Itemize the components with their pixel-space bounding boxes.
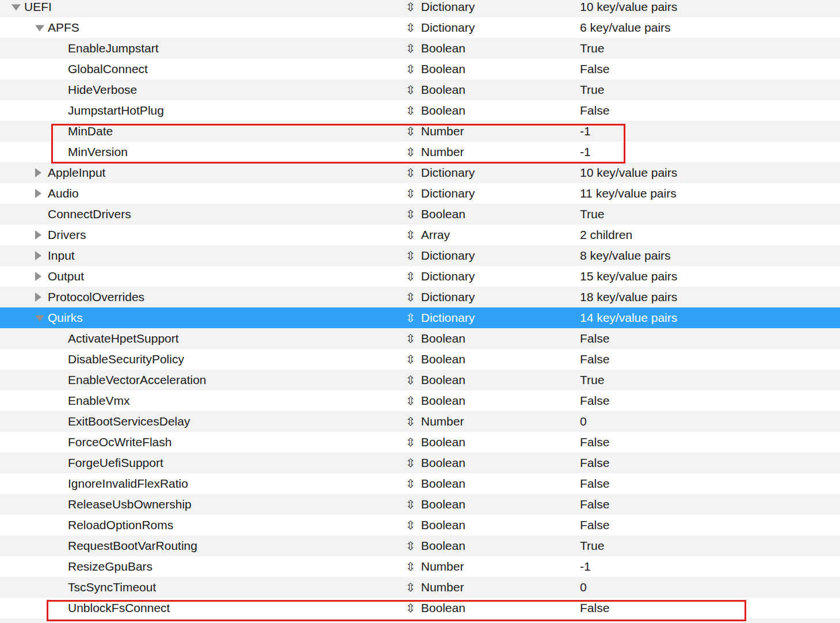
- table-row-forgeuefisupport[interactable]: ForgeUefiSupport ⇳ Boolean False: [0, 453, 840, 473]
- type-cell[interactable]: ⇳ Boolean: [406, 515, 465, 535]
- value-label[interactable]: True: [580, 207, 604, 221]
- value-label[interactable]: 15 key/value pairs: [580, 269, 677, 283]
- type-cell[interactable]: ⇳ Dictionary: [406, 183, 475, 204]
- value-label[interactable]: False: [580, 477, 609, 491]
- value-label[interactable]: 10 key/value pairs: [580, 0, 677, 14]
- value-label[interactable]: False: [580, 435, 609, 449]
- disclosure-triangle-icon[interactable]: [35, 272, 41, 281]
- type-cell[interactable]: ⇳ Boolean: [406, 390, 465, 411]
- value-label[interactable]: False: [580, 352, 609, 366]
- type-cell[interactable]: ⇳ Number: [406, 142, 464, 162]
- table-row-enablejumpstart[interactable]: EnableJumpstart ⇳ Boolean True: [0, 38, 840, 59]
- type-cell[interactable]: ⇳ Boolean: [406, 473, 465, 494]
- table-row-minversion[interactable]: MinVersion ⇳ Number -1: [0, 142, 840, 162]
- value-label[interactable]: -1: [580, 145, 591, 159]
- value-label[interactable]: False: [580, 497, 609, 511]
- table-row-reloadoptionroms[interactable]: ReloadOptionRoms ⇳ Boolean False: [0, 515, 840, 535]
- type-stepper-icon[interactable]: ⇳: [406, 229, 415, 241]
- type-stepper-icon[interactable]: ⇳: [406, 63, 415, 75]
- type-cell[interactable]: ⇳ Dictionary: [406, 17, 475, 38]
- type-stepper-icon[interactable]: ⇳: [406, 374, 415, 386]
- table-row-hideverbose[interactable]: HideVerbose ⇳ Boolean True: [0, 79, 840, 100]
- value-label[interactable]: True: [580, 41, 604, 55]
- type-cell[interactable]: ⇳ Dictionary: [406, 162, 475, 183]
- type-cell[interactable]: ⇳ Boolean: [406, 100, 465, 121]
- value-label[interactable]: 6 key/value pairs: [580, 21, 671, 35]
- value-label[interactable]: False: [580, 518, 609, 532]
- table-row-uefi[interactable]: UEFI ⇳ Dictionary 10 key/value pairs: [0, 0, 840, 17]
- type-cell[interactable]: ⇳ Boolean: [406, 204, 465, 225]
- type-cell[interactable]: ⇳ Boolean: [406, 535, 465, 556]
- table-row-enablevectoracceleration[interactable]: EnableVectorAcceleration ⇳ Boolean True: [0, 370, 840, 390]
- table-row-jumpstarthotplug[interactable]: JumpstartHotPlug ⇳ Boolean False: [0, 100, 840, 121]
- type-stepper-icon[interactable]: ⇳: [406, 582, 415, 593]
- value-label[interactable]: False: [580, 332, 609, 345]
- value-label[interactable]: 2 children: [580, 228, 632, 242]
- type-cell[interactable]: ⇳ Dictionary: [406, 266, 475, 287]
- value-label[interactable]: False: [580, 104, 609, 117]
- type-stepper-icon[interactable]: ⇳: [406, 333, 415, 344]
- type-cell[interactable]: ⇳ Boolean: [406, 370, 465, 390]
- type-stepper-icon[interactable]: ⇳: [406, 105, 415, 116]
- value-label[interactable]: 8 key/value pairs: [580, 249, 671, 263]
- disclosure-triangle-icon[interactable]: [35, 189, 41, 198]
- table-row-unblockfsconnect[interactable]: UnblockFsConnect ⇳ Boolean False: [0, 598, 840, 618]
- table-row-exitbootservicesdelay[interactable]: ExitBootServicesDelay ⇳ Number 0: [0, 411, 840, 432]
- type-stepper-icon[interactable]: ⇳: [406, 84, 415, 96]
- type-stepper-icon[interactable]: ⇳: [406, 416, 415, 427]
- type-stepper-icon[interactable]: ⇳: [406, 457, 415, 469]
- value-label[interactable]: 0: [580, 415, 587, 428]
- type-stepper-icon[interactable]: ⇳: [406, 43, 415, 54]
- type-stepper-icon[interactable]: ⇳: [406, 167, 415, 178]
- table-row-requestbootvarrouting[interactable]: RequestBootVarRouting ⇳ Boolean True: [0, 535, 840, 556]
- table-row-enablevmx[interactable]: EnableVmx ⇳ Boolean False: [0, 390, 840, 411]
- type-cell[interactable]: ⇳ Boolean: [406, 328, 465, 349]
- type-cell[interactable]: ⇳ Dictionary: [406, 245, 475, 266]
- table-row-quirks[interactable]: Quirks ⇳ Dictionary 14 key/value pairs: [0, 307, 840, 328]
- type-cell[interactable]: ⇳ Dictionary: [406, 307, 475, 328]
- value-label[interactable]: False: [580, 601, 609, 615]
- table-row-ignoreinvalidflexratio[interactable]: IgnoreInvalidFlexRatio ⇳ Boolean False: [0, 473, 840, 494]
- type-cell[interactable]: ⇳ Array: [406, 225, 450, 245]
- value-label[interactable]: -1: [580, 124, 591, 138]
- type-stepper-icon[interactable]: ⇳: [406, 188, 415, 199]
- value-label[interactable]: -1: [580, 560, 591, 573]
- value-label[interactable]: True: [580, 539, 604, 553]
- type-stepper-icon[interactable]: ⇳: [406, 22, 415, 33]
- table-row-disablesecuritypolicy[interactable]: DisableSecurityPolicy ⇳ Boolean False: [0, 349, 840, 370]
- table-row-connectdrivers[interactable]: ConnectDrivers ⇳ Boolean True: [0, 204, 840, 225]
- value-label[interactable]: 11 key/value pairs: [580, 187, 677, 200]
- type-cell[interactable]: ⇳ Boolean: [406, 432, 465, 453]
- type-stepper-icon[interactable]: ⇳: [406, 208, 415, 220]
- value-label[interactable]: False: [580, 456, 609, 470]
- type-stepper-icon[interactable]: ⇳: [406, 478, 415, 489]
- table-row-appleinput[interactable]: AppleInput ⇳ Dictionary 10 key/value pai…: [0, 162, 840, 183]
- type-cell[interactable]: ⇳ Boolean: [406, 59, 465, 79]
- type-stepper-icon[interactable]: ⇳: [406, 146, 415, 158]
- value-label[interactable]: 10 key/value pairs: [580, 166, 677, 180]
- type-stepper-icon[interactable]: ⇳: [406, 250, 415, 261]
- type-cell[interactable]: ⇳ Number: [406, 577, 464, 598]
- type-stepper-icon[interactable]: ⇳: [406, 499, 415, 510]
- type-cell[interactable]: ⇳ Boolean: [406, 349, 465, 370]
- value-label[interactable]: True: [580, 83, 604, 97]
- type-stepper-icon[interactable]: ⇳: [406, 540, 415, 552]
- type-stepper-icon[interactable]: ⇳: [406, 1, 415, 13]
- table-row-forceocwriteflash[interactable]: ForceOcWriteFlash ⇳ Boolean False: [0, 432, 840, 453]
- table-row-apfs[interactable]: APFS ⇳ Dictionary 6 key/value pairs: [0, 17, 840, 38]
- type-stepper-icon[interactable]: ⇳: [406, 271, 415, 282]
- disclosure-triangle-icon[interactable]: [35, 25, 44, 32]
- type-stepper-icon[interactable]: ⇳: [406, 395, 415, 407]
- type-stepper-icon[interactable]: ⇳: [406, 436, 415, 448]
- table-row-tscsynctimeout[interactable]: TscSyncTimeout ⇳ Number 0: [0, 577, 840, 598]
- disclosure-triangle-icon[interactable]: [12, 5, 21, 11]
- type-stepper-icon[interactable]: ⇳: [406, 519, 415, 531]
- table-row-mindate[interactable]: MinDate ⇳ Number -1: [0, 121, 840, 142]
- type-cell[interactable]: ⇳ Number: [406, 556, 464, 577]
- table-row-releaseusbownership[interactable]: ReleaseUsbOwnership ⇳ Boolean False: [0, 494, 840, 515]
- type-stepper-icon[interactable]: ⇳: [406, 561, 415, 572]
- table-row-output[interactable]: Output ⇳ Dictionary 15 key/value pairs: [0, 266, 840, 287]
- type-cell[interactable]: ⇳ Boolean: [406, 79, 465, 100]
- disclosure-triangle-icon[interactable]: [35, 230, 41, 240]
- table-row-resizegpubars[interactable]: ResizeGpuBars ⇳ Number -1: [0, 556, 840, 577]
